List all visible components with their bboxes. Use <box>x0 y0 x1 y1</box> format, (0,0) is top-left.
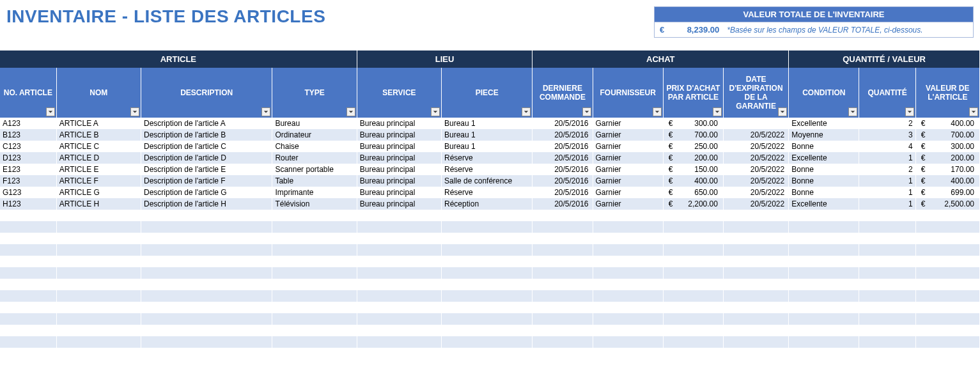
cell[interactable] <box>357 244 441 256</box>
cell[interactable]: Bureau principal <box>357 187 441 198</box>
cell[interactable]: Imprimante <box>272 187 357 198</box>
cell[interactable] <box>859 244 915 256</box>
cell[interactable] <box>663 279 723 290</box>
cell[interactable]: 20/5/2022 <box>723 164 788 175</box>
cell[interactable]: Bureau principal <box>357 118 441 129</box>
cell[interactable]: 20/5/2022 <box>723 175 788 187</box>
cell[interactable] <box>789 313 859 325</box>
cell[interactable] <box>663 336 723 348</box>
cell[interactable]: 2 <box>859 118 915 129</box>
col-valeur[interactable]: VALEUR DE L'ARTICLE <box>915 68 979 118</box>
cell[interactable] <box>593 279 663 290</box>
cell[interactable] <box>859 290 915 302</box>
cell[interactable] <box>663 267 723 279</box>
table-row[interactable]: D123ARTICLE DDescription de l'article DR… <box>0 152 980 164</box>
cell[interactable] <box>141 279 272 290</box>
cell[interactable]: B123 <box>0 129 56 141</box>
cell[interactable] <box>859 302 915 313</box>
cell[interactable]: Ordinateur <box>272 129 357 141</box>
cell[interactable] <box>593 233 663 244</box>
cell[interactable] <box>0 256 56 267</box>
cell[interactable]: Réserve <box>442 164 533 175</box>
cell[interactable]: €2,500.00 <box>915 198 979 210</box>
col-prix[interactable]: PRIX D'ACHAT PAR ARTICLE <box>663 68 723 118</box>
cell[interactable] <box>141 313 272 325</box>
cell[interactable] <box>272 290 357 302</box>
cell[interactable]: Garnier <box>593 164 663 175</box>
cell[interactable]: 20/5/2022 <box>723 141 788 152</box>
table-row[interactable] <box>0 313 980 325</box>
filter-dropdown-icon[interactable] <box>261 107 270 116</box>
table-row[interactable]: B123ARTICLE BDescription de l'article BO… <box>0 129 980 141</box>
cell[interactable] <box>357 313 441 325</box>
cell[interactable] <box>593 313 663 325</box>
cell[interactable] <box>859 210 915 221</box>
cell[interactable]: ARTICLE E <box>56 164 141 175</box>
cell[interactable]: Garnier <box>593 198 663 210</box>
cell[interactable]: ARTICLE G <box>56 187 141 198</box>
cell[interactable]: €300.00 <box>915 141 979 152</box>
cell[interactable] <box>789 302 859 313</box>
cell[interactable] <box>663 210 723 221</box>
table-row[interactable]: E123ARTICLE EDescription de l'article ES… <box>0 164 980 175</box>
cell[interactable] <box>0 221 56 233</box>
cell[interactable] <box>141 244 272 256</box>
cell[interactable] <box>56 244 141 256</box>
cell[interactable] <box>859 256 915 267</box>
cell[interactable] <box>442 279 533 290</box>
cell[interactable] <box>593 325 663 336</box>
cell[interactable]: Description de l'article G <box>141 187 272 198</box>
cell[interactable] <box>593 221 663 233</box>
cell[interactable] <box>859 336 915 348</box>
col-derniere-commande[interactable]: DERNIERE COMMANDE <box>533 68 593 118</box>
table-row[interactable]: F123ARTICLE FDescription de l'article FT… <box>0 175 980 187</box>
cell[interactable] <box>723 279 788 290</box>
cell[interactable] <box>0 244 56 256</box>
cell[interactable] <box>272 313 357 325</box>
filter-dropdown-icon[interactable] <box>778 107 787 116</box>
cell[interactable] <box>663 233 723 244</box>
cell[interactable] <box>442 290 533 302</box>
table-row[interactable]: G123ARTICLE GDescription de l'article GI… <box>0 187 980 198</box>
cell[interactable] <box>533 267 593 279</box>
cell[interactable] <box>0 267 56 279</box>
cell[interactable]: Bureau principal <box>357 129 441 141</box>
filter-dropdown-icon[interactable] <box>713 107 722 116</box>
cell[interactable] <box>663 325 723 336</box>
cell[interactable] <box>442 267 533 279</box>
cell[interactable]: 20/5/2016 <box>533 175 593 187</box>
cell[interactable] <box>357 256 441 267</box>
cell[interactable]: 20/5/2016 <box>533 118 593 129</box>
cell[interactable]: Réserve <box>442 152 533 164</box>
cell[interactable] <box>272 244 357 256</box>
cell[interactable] <box>915 233 979 244</box>
cell[interactable]: ARTICLE C <box>56 141 141 152</box>
cell[interactable]: 20/5/2016 <box>533 141 593 152</box>
cell[interactable]: A123 <box>0 118 56 129</box>
cell[interactable] <box>56 325 141 336</box>
cell[interactable] <box>56 233 141 244</box>
cell[interactable]: 20/5/2016 <box>533 164 593 175</box>
cell[interactable] <box>56 290 141 302</box>
cell[interactable] <box>272 233 357 244</box>
cell[interactable] <box>593 267 663 279</box>
cell[interactable]: Garnier <box>593 141 663 152</box>
cell[interactable] <box>533 221 593 233</box>
cell[interactable]: G123 <box>0 187 56 198</box>
cell[interactable]: ARTICLE D <box>56 152 141 164</box>
cell[interactable] <box>859 313 915 325</box>
cell[interactable]: E123 <box>0 164 56 175</box>
cell[interactable] <box>915 221 979 233</box>
cell[interactable] <box>859 279 915 290</box>
cell[interactable]: 1 <box>859 152 915 164</box>
cell[interactable] <box>141 256 272 267</box>
cell[interactable]: Bonne <box>789 164 859 175</box>
cell[interactable] <box>593 290 663 302</box>
cell[interactable]: F123 <box>0 175 56 187</box>
cell[interactable]: Bureau principal <box>357 141 441 152</box>
cell[interactable] <box>0 302 56 313</box>
filter-dropdown-icon[interactable] <box>969 107 978 116</box>
cell[interactable] <box>915 290 979 302</box>
col-service[interactable]: SERVICE <box>357 68 441 118</box>
cell[interactable]: Bureau principal <box>357 198 441 210</box>
